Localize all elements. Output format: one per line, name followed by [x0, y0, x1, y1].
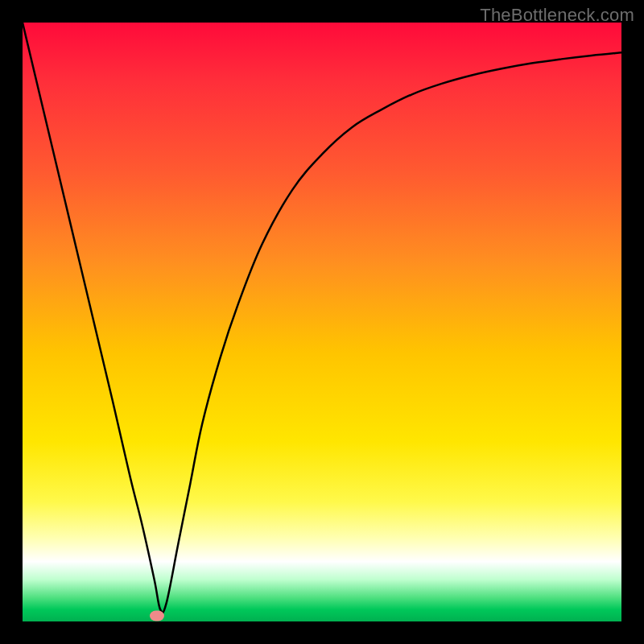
optimal-point-marker: [150, 610, 164, 621]
plot-area: [23, 23, 621, 621]
bottleneck-curve: [23, 23, 621, 621]
chart-frame: TheBottleneck.com: [0, 0, 644, 644]
attribution-text: TheBottleneck.com: [480, 5, 634, 26]
